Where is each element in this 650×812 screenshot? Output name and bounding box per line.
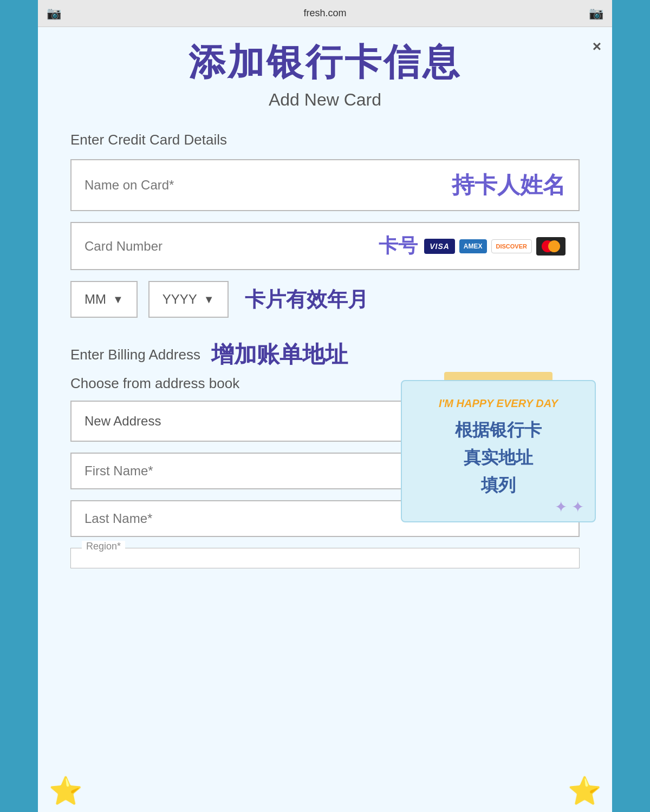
card-number-field[interactable]: 卡号 VISA AMEX DISCOVER <box>70 222 580 270</box>
browser-url: fresh.com <box>61 8 589 19</box>
expiry-year-arrow: ▼ <box>204 293 214 306</box>
right-border <box>612 0 650 812</box>
note-body: I'M HAPPY EVERY DAY 根据银行卡 真实地址 填列 ✦ ✦ <box>401 380 596 522</box>
star-right-icon: ⭐ <box>568 775 601 807</box>
name-on-card-input[interactable] <box>84 178 441 193</box>
note-line2: 真实地址 <box>415 444 582 472</box>
name-on-card-chinese: 持卡人姓名 <box>452 170 566 200</box>
note-happy-text: I'M HAPPY EVERY DAY <box>415 397 582 410</box>
billing-section-chinese: 增加账单地址 <box>211 339 348 370</box>
expiry-chinese: 卡片有效年月 <box>245 286 368 313</box>
new-address-label: New Address <box>84 414 161 429</box>
english-subtitle: Add New Card <box>70 90 580 110</box>
card-number-chinese: 卡号 <box>379 233 418 259</box>
expiry-month-label: MM <box>84 292 106 307</box>
left-border <box>0 0 38 812</box>
visa-icon: VISA <box>424 239 455 254</box>
main-container: 📷 fresh.com 📷 × 添加银行卡信息 Add New Card Ent… <box>38 0 612 812</box>
star-left-icon: ⭐ <box>49 775 82 807</box>
credit-card-section-label: Enter Credit Card Details <box>70 132 580 148</box>
note-line1: 根据银行卡 <box>415 416 582 444</box>
expiry-month-arrow: ▼ <box>113 293 123 306</box>
mc-right-circle <box>548 240 560 252</box>
note-line3: 填列 <box>415 472 582 499</box>
note-sticker: I'M HAPPY EVERY DAY 根据银行卡 真实地址 填列 ✦ ✦ <box>401 372 596 522</box>
billing-section: Enter Billing Address 增加账单地址 Choose from… <box>70 339 580 568</box>
form-content: × 添加银行卡信息 Add New Card Enter Credit Card… <box>38 27 612 590</box>
card-number-input[interactable] <box>84 239 372 254</box>
browser-right-icon: 📷 <box>589 6 603 21</box>
stars-row: ⭐ ⭐ <box>38 769 612 812</box>
browser-left-icon: 📷 <box>47 6 61 21</box>
amex-icon: AMEX <box>459 239 487 253</box>
expiry-year-label: YYYY <box>162 292 197 307</box>
sparkles-icon: ✦ ✦ <box>555 498 584 516</box>
name-on-card-field[interactable]: 持卡人姓名 <box>70 159 580 211</box>
expiry-row: MM ▼ YYYY ▼ 卡片有效年月 <box>70 281 580 318</box>
discover-icon: DISCOVER <box>491 239 532 253</box>
mastercard-icon <box>536 237 566 256</box>
region-label: Region* <box>82 541 125 552</box>
close-button[interactable]: × <box>593 38 601 55</box>
expiry-year-select[interactable]: YYYY ▼ <box>148 281 229 318</box>
note-chinese-text: 根据银行卡 真实地址 填列 <box>415 416 582 500</box>
expiry-month-select[interactable]: MM ▼ <box>70 281 138 318</box>
card-brand-icons: VISA AMEX DISCOVER <box>424 237 566 256</box>
billing-section-label: Enter Billing Address <box>70 346 200 363</box>
billing-header-row: Enter Billing Address 增加账单地址 <box>70 339 580 370</box>
region-field[interactable]: Region* <box>70 548 580 568</box>
chinese-title: 添加银行卡信息 <box>70 27 580 90</box>
browser-bar: 📷 fresh.com 📷 <box>38 0 612 27</box>
